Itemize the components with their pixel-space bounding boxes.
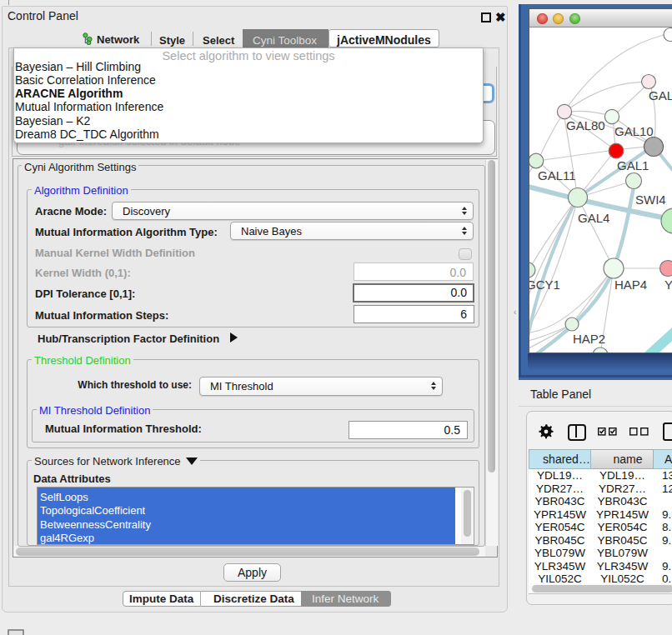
svg-text:GCY1: GCY1 [529,278,560,292]
svg-text:GAL4: GAL4 [578,211,609,225]
svg-text:GAL1: GAL1 [617,158,649,172]
svg-text:HAP4: HAP4 [614,278,647,292]
svg-text:GAL10: GAL10 [614,124,654,138]
svg-text:Y: Y [664,278,672,292]
svg-text:HAP2: HAP2 [573,332,605,346]
svg-text:GAL7: GAL7 [649,88,672,102]
svg-text:SWI4: SWI4 [635,192,666,207]
svg-text:GAL11: GAL11 [538,168,576,182]
svg-text:GAL80: GAL80 [566,118,605,132]
